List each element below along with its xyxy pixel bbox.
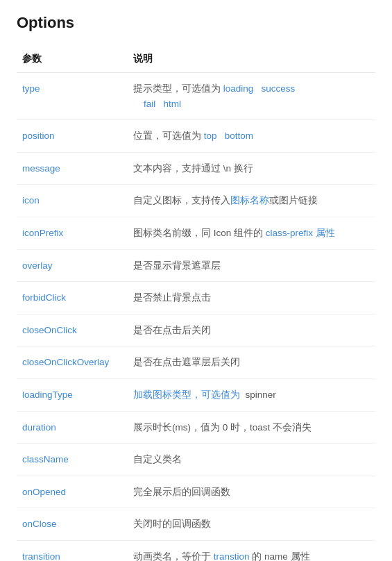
desc-cell: 动画类名，等价于 transtion 的 name 属性 <box>128 540 375 561</box>
desc-cell: 是否显示背景遮罩层 <box>128 249 375 282</box>
desc-cell: 是否在点击后关闭 <box>128 314 375 346</box>
table-row: closeOnClick是否在点击后关闭 <box>17 314 375 346</box>
param-cell: type <box>17 73 128 120</box>
desc-cell: 完全展示后的回调函数 <box>128 476 375 508</box>
table-row: iconPrefix图标类名前缀，同 Icon 组件的 class-prefix… <box>17 217 375 249</box>
table-row: loadingType加载图标类型，可选值为 spinner <box>17 378 375 411</box>
page-title: Options <box>17 14 375 32</box>
param-cell: icon <box>17 185 128 217</box>
param-cell: closeOnClickOverlay <box>17 346 128 379</box>
desc-cell: 位置，可选值为 top bottom <box>128 120 375 153</box>
desc-cell: 自定义图标，支持传入图标名称或图片链接 <box>128 185 375 217</box>
desc-cell: 自定义类名 <box>128 444 375 476</box>
param-cell: duration <box>17 411 128 444</box>
desc-cell: 是否禁止背景点击 <box>128 282 375 315</box>
param-cell: onOpened <box>17 476 128 508</box>
desc-cell: 文本内容，支持通过 \n 换行 <box>128 152 375 185</box>
param-cell: forbidClick <box>17 282 128 315</box>
desc-cell: 加载图标类型，可选值为 spinner <box>128 378 375 411</box>
table-row: onClose关闭时的回调函数 <box>17 508 375 541</box>
param-cell: closeOnClick <box>17 314 128 346</box>
desc-cell: 关闭时的回调函数 <box>128 508 375 541</box>
param-cell: transition <box>17 540 128 561</box>
options-table: 参数 说明 type提示类型，可选值为 loading success fail… <box>17 46 375 561</box>
table-row: className自定义类名 <box>17 444 375 476</box>
col-header-desc: 说明 <box>128 46 375 73</box>
table-row: onOpened完全展示后的回调函数 <box>17 476 375 508</box>
param-cell: overlay <box>17 249 128 282</box>
table-row: forbidClick是否禁止背景点击 <box>17 282 375 315</box>
table-row: transition动画类名，等价于 transtion 的 name 属性 <box>17 540 375 561</box>
param-cell: onClose <box>17 508 128 541</box>
table-row: overlay是否显示背景遮罩层 <box>17 249 375 282</box>
desc-cell: 展示时长(ms)，值为 0 时，toast 不会消失 <box>128 411 375 444</box>
table-row: duration展示时长(ms)，值为 0 时，toast 不会消失 <box>17 411 375 444</box>
table-row: icon自定义图标，支持传入图标名称或图片链接 <box>17 185 375 217</box>
col-header-param: 参数 <box>17 46 128 73</box>
table-row: closeOnClickOverlay是否在点击遮罩层后关闭 <box>17 346 375 379</box>
desc-cell: 是否在点击遮罩层后关闭 <box>128 346 375 379</box>
param-cell: message <box>17 152 128 185</box>
param-cell: loadingType <box>17 378 128 411</box>
desc-cell: 图标类名前缀，同 Icon 组件的 class-prefix 属性 <box>128 217 375 249</box>
desc-cell: 提示类型，可选值为 loading success fail html <box>128 73 375 120</box>
table-row: type提示类型，可选值为 loading success fail html <box>17 73 375 120</box>
table-row: message文本内容，支持通过 \n 换行 <box>17 152 375 185</box>
table-row: position位置，可选值为 top bottom <box>17 120 375 153</box>
param-cell: className <box>17 444 128 476</box>
param-cell: position <box>17 120 128 153</box>
param-cell: iconPrefix <box>17 217 128 249</box>
